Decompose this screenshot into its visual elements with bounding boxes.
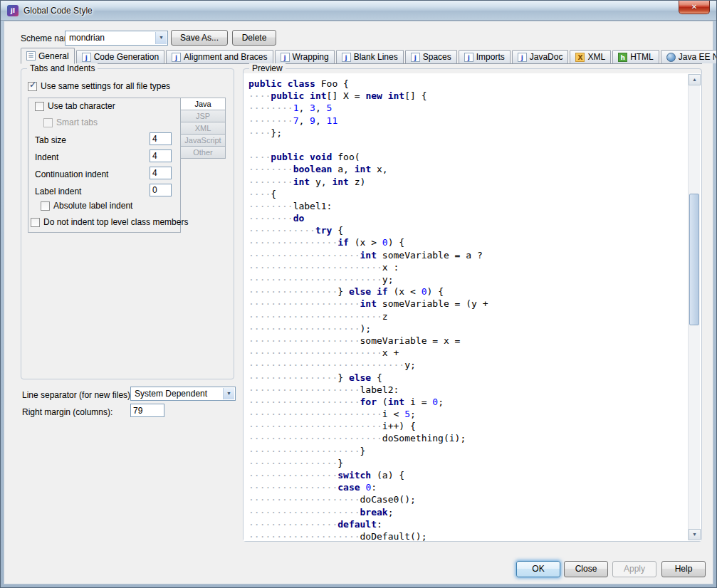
whitespace-dots: ···················· bbox=[248, 531, 360, 541]
delete-button[interactable]: Delete bbox=[232, 30, 276, 46]
code-line: ····················label2: bbox=[248, 384, 687, 396]
continuation-indent-input[interactable] bbox=[150, 167, 172, 179]
file-type-tab-xml: XML bbox=[180, 122, 226, 135]
whitespace-dots: ················ bbox=[248, 519, 337, 530]
tab-blank-lines[interactable]: jBlank Lines bbox=[336, 50, 404, 63]
whitespace-dots: ················ bbox=[248, 470, 337, 481]
code-line: ················} else { bbox=[248, 372, 687, 384]
right-margin-input[interactable] bbox=[130, 404, 164, 417]
tab-size-input[interactable] bbox=[150, 132, 172, 145]
code-line: ················case 0: bbox=[248, 481, 687, 493]
line-separator-combo[interactable]: System Dependent ▼ bbox=[130, 387, 236, 401]
whitespace-dots: ························ bbox=[248, 274, 382, 285]
code-line: ····················); bbox=[248, 322, 687, 335]
whitespace-dots: ········ bbox=[248, 177, 293, 187]
code-line: ········7, 9, 11 bbox=[248, 115, 687, 127]
scroll-up-icon[interactable]: ▲ bbox=[689, 74, 701, 85]
app-icon: jI bbox=[7, 5, 19, 16]
use-same-settings-checkbox[interactable]: ✓ Use same settings for all file types bbox=[28, 81, 170, 91]
tab-label: HTML bbox=[630, 52, 654, 62]
scrollbar-thumb[interactable] bbox=[689, 194, 699, 325]
code-line: ················} bbox=[248, 457, 687, 469]
code-line: ············try { bbox=[248, 224, 687, 236]
tab-label: XML bbox=[587, 52, 605, 62]
tab-label: Java EE Names bbox=[679, 52, 717, 62]
tab-wrapping[interactable]: jWrapping bbox=[275, 50, 335, 63]
tab-javadoc[interactable]: jJavaDoc bbox=[512, 50, 569, 63]
tab-xml[interactable]: XXML bbox=[570, 50, 611, 63]
no-top-level-indent-checkbox[interactable]: ✓ Do not indent top level class members bbox=[31, 217, 188, 227]
scheme-combo-dropdown-button[interactable]: ▼ bbox=[155, 32, 167, 44]
window-close-button[interactable]: ✕ bbox=[679, 1, 710, 14]
page-icon: ≡ bbox=[26, 51, 36, 61]
checkbox-box: ✓ bbox=[31, 218, 40, 227]
whitespace-dots: ···················· bbox=[248, 384, 360, 395]
tab-code-generation[interactable]: jCode Generation bbox=[76, 50, 164, 63]
tab-label: JavaDoc bbox=[530, 52, 563, 62]
preview-scrollbar[interactable]: ▲ ▼ bbox=[688, 74, 700, 540]
java-class-icon: j bbox=[411, 53, 420, 62]
scheme-combo-value: mondrian bbox=[69, 33, 105, 43]
line-separator-dropdown-button[interactable]: ▼ bbox=[223, 388, 234, 399]
html-file-icon: h bbox=[618, 53, 627, 62]
whitespace-dots: ···················· bbox=[248, 494, 360, 505]
absolute-label-indent-checkbox[interactable]: ✓ Absolute label indent bbox=[41, 201, 132, 211]
absolute-label-indent-label: Absolute label indent bbox=[53, 201, 132, 211]
whitespace-dots: ···················· bbox=[248, 446, 360, 456]
code-line: ························i++) { bbox=[248, 420, 687, 432]
java-class-icon: j bbox=[464, 53, 473, 62]
preview-group-title: Preview bbox=[249, 63, 286, 73]
whitespace-dots: ········ bbox=[248, 103, 293, 113]
use-tab-character-checkbox[interactable]: ✓ Use tab character bbox=[35, 101, 115, 111]
tab-alignment-and-braces[interactable]: jAlignment and Braces bbox=[166, 50, 273, 63]
title-bar[interactable]: jI Global Code Style ✕ bbox=[1, 1, 716, 21]
code-line: ················default: bbox=[248, 518, 687, 530]
tab-spaces[interactable]: jSpaces bbox=[405, 50, 457, 63]
tab-general[interactable]: ≡General bbox=[21, 48, 75, 64]
java-class-icon: j bbox=[82, 53, 91, 62]
whitespace-dots: ················ bbox=[248, 482, 337, 493]
code-line: ························i < 5; bbox=[248, 408, 687, 420]
global-code-style-dialog: jI Global Code Style ✕ Scheme name: mond… bbox=[0, 0, 717, 588]
code-line: ····················doDefault(); bbox=[248, 530, 687, 541]
tab-imports[interactable]: jImports bbox=[459, 50, 511, 63]
scheme-combo[interactable]: mondrian ▼ bbox=[65, 31, 168, 46]
globe-icon bbox=[666, 53, 676, 62]
check-icon: ✓ bbox=[29, 80, 36, 90]
tab-java-ee-names[interactable]: Java EE Names bbox=[661, 50, 717, 63]
java-class-icon: j bbox=[518, 53, 527, 62]
tab-label: Imports bbox=[476, 52, 505, 62]
line-separator-combo-value: System Dependent bbox=[135, 389, 207, 399]
whitespace-dots: ···················· bbox=[248, 323, 360, 334]
help-button[interactable]: Help bbox=[661, 561, 706, 577]
whitespace-dots: ···· bbox=[248, 127, 271, 138]
save-as-button[interactable]: Save As... bbox=[171, 30, 228, 46]
file-type-tab-jsp: JSP bbox=[180, 110, 226, 122]
no-top-level-indent-label: Do not indent top level class members bbox=[43, 217, 188, 227]
code-line: ····················doCase0(); bbox=[248, 493, 687, 505]
whitespace-dots: ···························· bbox=[248, 359, 404, 370]
chevron-down-icon: ▼ bbox=[156, 32, 167, 43]
file-type-tab-other: Other bbox=[180, 146, 226, 159]
scroll-down-icon[interactable]: ▼ bbox=[689, 529, 701, 540]
close-button[interactable]: Close bbox=[564, 561, 608, 577]
java-class-icon: j bbox=[172, 53, 181, 62]
smart-tabs-label: Smart tabs bbox=[56, 117, 98, 127]
code-line bbox=[248, 139, 687, 151]
file-type-tab-java[interactable]: Java bbox=[180, 98, 226, 110]
tab-html[interactable]: hHTML bbox=[612, 50, 659, 63]
indent-input[interactable] bbox=[150, 149, 172, 162]
checkbox-box: ✓ bbox=[43, 118, 53, 127]
window-title: Global Code Style bbox=[23, 6, 93, 16]
whitespace-dots: ···· bbox=[248, 189, 271, 199]
ok-button[interactable]: OK bbox=[516, 561, 560, 577]
whitespace-dots: ········ bbox=[248, 164, 293, 174]
whitespace-dots: ········ bbox=[248, 115, 293, 126]
whitespace-dots: ················ bbox=[248, 286, 337, 297]
code-line: ························x + bbox=[248, 347, 687, 359]
whitespace-dots: ························ bbox=[248, 262, 382, 273]
code-line: ························x : bbox=[248, 261, 687, 273]
code-line: ········1, 3, 5 bbox=[248, 102, 687, 114]
code-line: ····················int someVariable = (… bbox=[248, 298, 687, 310]
label-indent-input[interactable] bbox=[150, 184, 172, 196]
